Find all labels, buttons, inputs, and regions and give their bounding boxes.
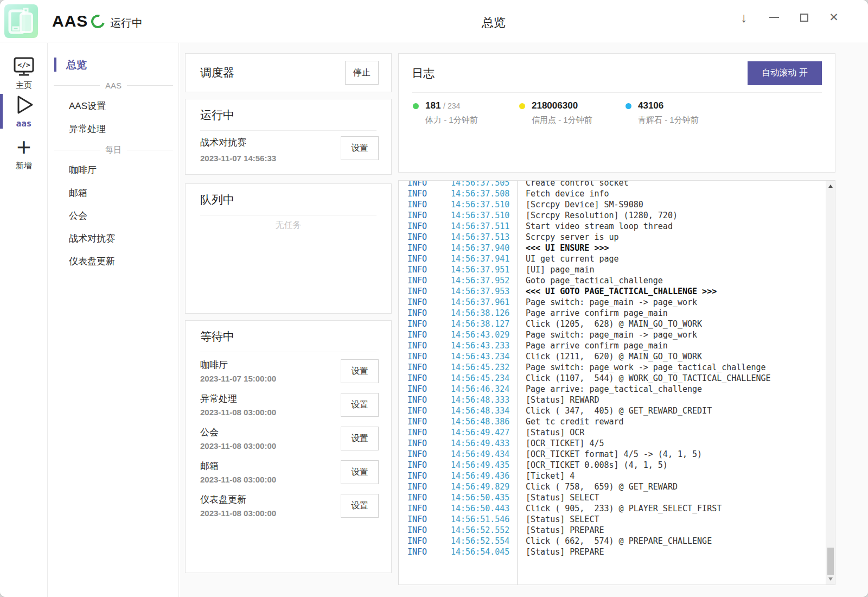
log-timestamp: 14:56:37.511	[451, 221, 512, 232]
log-message: Page switch: page_main -> page_work	[512, 297, 697, 308]
sidebar-item[interactable]: 异常处理	[48, 118, 178, 141]
nav-item-new[interactable]: + 新增	[0, 136, 48, 171]
log-timestamp: 14:56:52.552	[451, 525, 512, 536]
log-output[interactable]: INFO 14:56:37.505 Create control socket …	[398, 180, 835, 585]
log-row: INFO 14:56:43.233 Page arrive confirm pa…	[399, 340, 835, 351]
log-row: INFO 14:56:50.435 [Status] SELECT	[399, 492, 835, 503]
task-time: 2023-11-08 03:00:00	[200, 507, 276, 519]
app-window: AAS 运行中 总览 ↓ ✕ </> 主页	[0, 0, 868, 597]
task-time: 2023-11-08 03:00:00	[200, 474, 276, 486]
scheduler-card: 调度器 停止	[185, 53, 392, 92]
maximize-icon[interactable]	[795, 9, 813, 26]
log-level: INFO	[399, 384, 451, 395]
log-message: Get tc credit reward	[512, 416, 624, 427]
scrollbar-thumb[interactable]	[827, 548, 834, 575]
log-row: INFO 14:56:37.961 Page switch: page_main…	[399, 297, 835, 308]
sidebar-item[interactable]: AAS设置	[48, 95, 178, 118]
log-level: INFO	[399, 373, 451, 384]
log-timestamp: 14:56:51.546	[451, 514, 512, 525]
task-settings-button[interactable]: 设置	[341, 427, 379, 450]
log-scrollbar[interactable]	[826, 181, 835, 585]
log-timestamp: 14:56:49.433	[451, 438, 512, 449]
stat-value: 43106	[638, 100, 663, 111]
task-name: 邮箱	[200, 459, 276, 473]
log-row: INFO 14:56:37.951 [UI] page_main	[399, 264, 835, 275]
sidebar-section-divider: 每日	[48, 144, 178, 155]
log-row: INFO 14:56:51.546 [Status] SELECT	[399, 514, 835, 525]
download-icon[interactable]: ↓	[735, 9, 752, 26]
task-settings-button[interactable]: 设置	[341, 393, 379, 417]
scroll-up-icon[interactable]	[828, 185, 833, 188]
minimize-icon[interactable]	[765, 9, 783, 26]
log-level: INFO	[399, 286, 451, 297]
waiting-task: 公会 2023-11-08 03:00:00 设置	[200, 422, 379, 455]
log-timestamp: 14:56:37.510	[451, 210, 512, 221]
task-settings-button[interactable]: 设置	[341, 359, 379, 383]
log-row: INFO 14:56:37.953 <<< UI GOTO PAGE_TACTI…	[399, 286, 835, 297]
log-level: INFO	[399, 449, 451, 460]
queue-card: 队列中 无任务	[185, 183, 392, 314]
log-message: [OCR_TICKET format] 4/5 -> (4, 1, 5)	[512, 449, 702, 460]
app-logo-icon	[4, 4, 38, 38]
task-settings-button[interactable]: 设置	[341, 460, 379, 484]
log-message: Page arrive confirm page_main	[512, 308, 668, 319]
log-row: INFO 14:56:48.334 Click ( 347, 405) @ GE…	[399, 405, 835, 416]
sidebar-section-daily: 咖啡厅 邮箱 公会 战术对抗赛 仪表盘更新	[48, 159, 178, 273]
log-row: INFO 14:56:37.510 [Scrcpy Device] SM-S90…	[399, 199, 835, 210]
log-row: INFO 14:56:37.511 Start video stream loo…	[399, 221, 835, 232]
log-message: Click (1107, 544) @ WORK_GO_TO_TACTICAL_…	[512, 373, 771, 384]
sidebar-item-overview[interactable]: 总览	[48, 57, 178, 72]
close-icon[interactable]: ✕	[825, 9, 843, 26]
log-message: [UI] page_main	[512, 264, 594, 275]
log-row: INFO 14:56:37.940 <<< UI ENSURE >>>	[399, 243, 835, 253]
log-timestamp: 14:56:37.513	[451, 232, 512, 243]
sidebar-section-aas: AAS设置 异常处理	[48, 95, 178, 141]
log-level: INFO	[399, 297, 451, 308]
log-timestamp: 14:56:38.126	[451, 308, 512, 319]
log-row: INFO 14:56:43.234 Click (1211, 620) @ MA…	[399, 351, 835, 362]
log-timestamp: 14:56:37.951	[451, 264, 512, 275]
log-level: INFO	[399, 514, 451, 525]
log-timestamp: 14:56:43.234	[451, 351, 512, 362]
stat-label: 青辉石 - 1分钟前	[638, 115, 699, 125]
waiting-task: 咖啡厅 2023-11-07 15:00:00 设置	[200, 354, 379, 388]
sidebar-item[interactable]: 公会	[48, 205, 178, 227]
log-level: INFO	[399, 416, 451, 427]
log-timestamp: 14:56:50.435	[451, 492, 512, 503]
log-level: INFO	[399, 232, 451, 243]
running-card: 运行中 战术对抗赛 2023-11-07 14:56:33 设置	[185, 99, 392, 175]
log-row: INFO 14:56:45.232 Page switch: page_work…	[399, 362, 835, 373]
task-name: 仪表盘更新	[200, 493, 276, 506]
log-timestamp: 14:56:54.045	[451, 547, 512, 557]
sidebar-item[interactable]: 仪表盘更新	[48, 250, 178, 273]
log-level: INFO	[399, 547, 451, 557]
autoscroll-toggle-button[interactable]: 自动滚动 开	[748, 61, 822, 85]
log-level: INFO	[399, 362, 451, 373]
task-name: 公会	[200, 425, 276, 439]
nav-item-aas[interactable]: aas	[0, 94, 48, 129]
sidebar-item[interactable]: 邮箱	[48, 182, 178, 205]
nav-item-home[interactable]: </> 主页	[0, 56, 48, 91]
resource-stats: 181 / 234 体力 - 1分钟前 218006300 信用点 - 1分钟前	[413, 100, 835, 125]
sidebar-item[interactable]: 咖啡厅	[48, 159, 178, 182]
log-level: INFO	[399, 525, 451, 536]
scroll-down-icon[interactable]	[828, 577, 833, 581]
scheduler-title: 调度器	[200, 65, 234, 80]
log-message: [OCR_TICKET 0.008s] (4, 1, 5)	[512, 460, 668, 471]
app-name: AAS	[52, 12, 88, 30]
log-row: INFO 14:56:48.386 Get tc credit reward	[399, 416, 835, 427]
log-level: INFO	[399, 351, 451, 362]
stop-button[interactable]: 停止	[345, 61, 379, 85]
log-level: INFO	[399, 438, 451, 449]
log-row: INFO 14:56:49.434 [OCR_TICKET format] 4/…	[399, 449, 835, 460]
waiting-task-list: 咖啡厅 2023-11-07 15:00:00 设置 异常处理 2023-11-…	[200, 354, 379, 523]
log-level: INFO	[399, 460, 451, 471]
log-message: Start video stream loop thread	[512, 221, 673, 232]
sidebar-item[interactable]: 战术对抗赛	[48, 227, 178, 250]
log-row: INFO 14:56:49.427 [Status] OCR	[399, 427, 835, 438]
log-lines: INFO 14:56:37.505 Create control socket …	[399, 180, 835, 557]
log-message: Scrcpy server is up	[512, 232, 619, 243]
code-monitor-icon: </>	[0, 56, 48, 78]
task-settings-button[interactable]: 设置	[341, 494, 379, 518]
task-settings-button[interactable]: 设置	[341, 136, 379, 160]
